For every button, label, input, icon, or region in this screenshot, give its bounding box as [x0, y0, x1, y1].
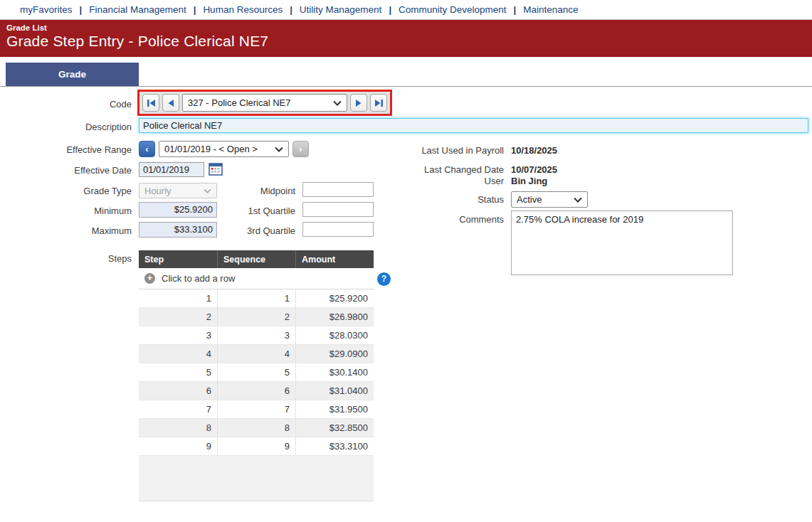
cell-amount[interactable]: $29.0900 [295, 345, 374, 363]
cell-sequence[interactable]: 5 [217, 363, 295, 381]
cell-sequence[interactable]: 7 [217, 400, 295, 418]
table-row[interactable]: 3 3 $28.0300 [139, 326, 374, 345]
grade-step-entry-screen: myFavorites | Financial Management | Hum… [0, 0, 812, 522]
cell-step[interactable]: 8 [139, 419, 217, 437]
plus-icon: + [144, 273, 155, 284]
cell-sequence[interactable]: 3 [217, 326, 295, 344]
cell-step[interactable]: 9 [139, 437, 217, 455]
last-changed-date-label: Last Changed Date [340, 164, 504, 175]
comments-textarea[interactable]: 2.75% COLA increase for 2019 [511, 211, 733, 275]
table-row[interactable]: 5 5 $30.1400 [139, 363, 374, 382]
grade-type-value: Hourly [144, 186, 172, 196]
nav-separator: | [389, 4, 391, 15]
effective-date-label: Effective Date [0, 165, 132, 176]
chevron-down-icon [275, 147, 283, 152]
cell-amount[interactable]: $26.9800 [295, 308, 374, 326]
cell-sequence[interactable]: 2 [217, 308, 295, 326]
nav-item-financial-management[interactable]: Financial Management [89, 4, 186, 15]
cell-amount[interactable]: $31.9500 [295, 400, 374, 418]
cell-amount[interactable]: $28.0300 [295, 326, 374, 344]
steps-label: Steps [0, 253, 132, 264]
nav-item-maintenance[interactable]: Maintenance [523, 4, 578, 15]
first-quartile-label: 1st Quartile [217, 206, 295, 216]
maximum-field[interactable]: $33.3100 [139, 222, 217, 238]
previous-record-button[interactable] [162, 94, 179, 112]
effective-date-field[interactable]: 01/01/2019 [139, 162, 204, 177]
cell-step[interactable]: 4 [139, 345, 217, 363]
table-row[interactable]: 4 4 $29.0900 [139, 345, 374, 363]
page-header: Grade List Grade Step Entry - Police Cle… [0, 20, 812, 57]
tab-grade[interactable]: Grade [6, 63, 139, 86]
cell-sequence[interactable]: 1 [217, 289, 295, 307]
cell-amount[interactable]: $31.0400 [295, 382, 374, 400]
description-field[interactable]: Police Clerical NE7 [139, 118, 808, 133]
chevron-down-icon [333, 100, 342, 106]
nav-separator: | [514, 4, 517, 15]
column-header-amount: Amount [295, 250, 374, 268]
previous-effective-range-button[interactable]: ‹ [139, 141, 155, 157]
third-quartile-label: 3rd Quartile [217, 225, 295, 236]
cell-sequence[interactable]: 9 [217, 437, 295, 455]
cell-sequence[interactable]: 4 [217, 345, 295, 363]
cell-amount[interactable]: $33.3100 [295, 437, 374, 455]
calendar-icon [209, 162, 223, 176]
cell-sequence[interactable]: 8 [217, 419, 295, 437]
minimum-label: Minimum [0, 206, 132, 216]
cell-step[interactable]: 1 [139, 289, 217, 307]
user-label: User [340, 176, 504, 186]
table-row[interactable]: 2 2 $26.9800 [139, 308, 374, 326]
cell-amount[interactable]: $32.8500 [295, 419, 374, 437]
nav-item-community-development[interactable]: Community Development [399, 4, 507, 15]
first-record-button[interactable] [142, 94, 159, 112]
table-row[interactable]: 7 7 $31.9500 [139, 400, 374, 419]
cell-sequence[interactable]: 6 [217, 382, 295, 400]
cell-amount[interactable]: $30.1400 [295, 363, 374, 381]
status-value: Active [517, 194, 542, 205]
next-record-button[interactable] [350, 94, 367, 112]
code-record-navigator-highlight: 327 - Police Clerical NE7 [137, 90, 392, 116]
table-row[interactable]: 6 6 $31.0400 [139, 382, 374, 400]
nav-separator: | [194, 4, 196, 15]
nav-separator: | [290, 4, 292, 15]
last-record-icon [374, 99, 384, 107]
cell-amount[interactable]: $25.9200 [295, 289, 374, 307]
table-row[interactable]: 9 9 $33.3100 [139, 437, 374, 456]
last-used-in-payroll-label: Last Used in Payroll [340, 145, 504, 156]
next-effective-range-button[interactable]: › [292, 141, 309, 157]
column-header-sequence: Sequence [217, 250, 295, 268]
grade-type-label: Grade Type [0, 186, 132, 196]
steps-table-footer [139, 456, 374, 501]
table-row[interactable]: 8 8 $32.8500 [139, 419, 374, 437]
cell-step[interactable]: 3 [139, 326, 217, 344]
breadcrumb[interactable]: Grade List [6, 23, 812, 32]
status-select[interactable]: Active [511, 191, 588, 208]
table-row[interactable]: 1 1 $25.9200 [139, 289, 374, 308]
nav-item-human-resources[interactable]: Human Resources [203, 4, 283, 15]
column-header-step: Step [139, 250, 217, 268]
help-icon[interactable]: ? [377, 272, 391, 286]
nav-item-myfavorites[interactable]: myFavorites [20, 4, 73, 15]
steps-table: Step Sequence Amount + Click to add a ro… [139, 250, 374, 501]
calendar-button[interactable] [209, 162, 223, 176]
nav-item-utility-management[interactable]: Utility Management [300, 4, 382, 15]
maximum-label: Maximum [0, 225, 132, 236]
add-row-button[interactable]: + Click to add a row [139, 268, 374, 289]
chevron-down-icon [574, 197, 582, 203]
cell-step[interactable]: 7 [139, 400, 217, 418]
cell-step[interactable]: 6 [139, 382, 217, 400]
previous-record-icon [167, 99, 174, 107]
comments-label: Comments [340, 214, 504, 225]
description-label: Description [0, 122, 132, 132]
effective-range-value: 01/01/2019 - < Open > [164, 144, 258, 154]
cell-step[interactable]: 2 [139, 308, 217, 326]
code-select-value: 327 - Police Clerical NE7 [188, 97, 291, 108]
add-row-label: Click to add a row [162, 273, 235, 284]
page-title: Grade Step Entry - Police Clerical NE7 [6, 33, 812, 50]
cell-step[interactable]: 5 [139, 363, 217, 381]
code-select[interactable]: 327 - Police Clerical NE7 [182, 94, 347, 112]
minimum-field[interactable]: $25.9200 [139, 202, 217, 218]
first-record-icon [147, 99, 156, 107]
last-record-button[interactable] [370, 94, 387, 112]
steps-table-header: Step Sequence Amount [139, 250, 374, 268]
effective-range-select[interactable]: 01/01/2019 - < Open > [159, 141, 289, 157]
